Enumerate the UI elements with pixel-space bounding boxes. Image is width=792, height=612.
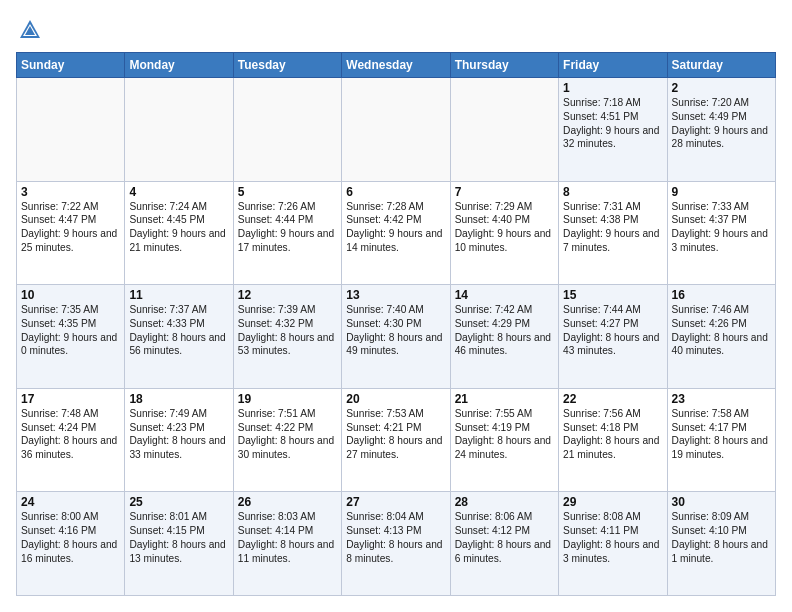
day-info: Sunrise: 8:03 AM Sunset: 4:14 PM Dayligh… [238,510,337,565]
day-number: 30 [672,495,771,509]
day-info: Sunrise: 7:28 AM Sunset: 4:42 PM Dayligh… [346,200,445,255]
day-info: Sunrise: 7:20 AM Sunset: 4:49 PM Dayligh… [672,96,771,151]
day-info: Sunrise: 7:51 AM Sunset: 4:22 PM Dayligh… [238,407,337,462]
day-number: 11 [129,288,228,302]
day-number: 18 [129,392,228,406]
weekday-header-sunday: Sunday [17,53,125,78]
calendar-cell: 25Sunrise: 8:01 AM Sunset: 4:15 PM Dayli… [125,492,233,596]
calendar-week-row: 17Sunrise: 7:48 AM Sunset: 4:24 PM Dayli… [17,388,776,492]
weekday-header-monday: Monday [125,53,233,78]
day-number: 25 [129,495,228,509]
header [16,16,776,44]
day-info: Sunrise: 8:04 AM Sunset: 4:13 PM Dayligh… [346,510,445,565]
day-number: 14 [455,288,554,302]
calendar-cell: 26Sunrise: 8:03 AM Sunset: 4:14 PM Dayli… [233,492,341,596]
logo [16,16,48,44]
calendar-cell: 3Sunrise: 7:22 AM Sunset: 4:47 PM Daylig… [17,181,125,285]
calendar-week-row: 10Sunrise: 7:35 AM Sunset: 4:35 PM Dayli… [17,285,776,389]
day-info: Sunrise: 7:35 AM Sunset: 4:35 PM Dayligh… [21,303,120,358]
calendar-cell [342,78,450,182]
day-info: Sunrise: 8:06 AM Sunset: 4:12 PM Dayligh… [455,510,554,565]
day-info: Sunrise: 7:39 AM Sunset: 4:32 PM Dayligh… [238,303,337,358]
day-number: 28 [455,495,554,509]
day-number: 19 [238,392,337,406]
calendar-cell: 8Sunrise: 7:31 AM Sunset: 4:38 PM Daylig… [559,181,667,285]
day-number: 27 [346,495,445,509]
calendar-cell: 14Sunrise: 7:42 AM Sunset: 4:29 PM Dayli… [450,285,558,389]
day-info: Sunrise: 7:42 AM Sunset: 4:29 PM Dayligh… [455,303,554,358]
day-info: Sunrise: 7:44 AM Sunset: 4:27 PM Dayligh… [563,303,662,358]
day-number: 10 [21,288,120,302]
day-number: 2 [672,81,771,95]
day-info: Sunrise: 7:40 AM Sunset: 4:30 PM Dayligh… [346,303,445,358]
day-info: Sunrise: 7:33 AM Sunset: 4:37 PM Dayligh… [672,200,771,255]
calendar-cell: 2Sunrise: 7:20 AM Sunset: 4:49 PM Daylig… [667,78,775,182]
weekday-header-row: SundayMondayTuesdayWednesdayThursdayFrid… [17,53,776,78]
day-info: Sunrise: 7:56 AM Sunset: 4:18 PM Dayligh… [563,407,662,462]
day-number: 7 [455,185,554,199]
day-info: Sunrise: 8:00 AM Sunset: 4:16 PM Dayligh… [21,510,120,565]
day-info: Sunrise: 7:48 AM Sunset: 4:24 PM Dayligh… [21,407,120,462]
day-number: 4 [129,185,228,199]
page: SundayMondayTuesdayWednesdayThursdayFrid… [0,0,792,612]
day-number: 21 [455,392,554,406]
calendar-cell [17,78,125,182]
calendar-cell: 22Sunrise: 7:56 AM Sunset: 4:18 PM Dayli… [559,388,667,492]
day-number: 3 [21,185,120,199]
calendar-cell: 27Sunrise: 8:04 AM Sunset: 4:13 PM Dayli… [342,492,450,596]
calendar-cell: 16Sunrise: 7:46 AM Sunset: 4:26 PM Dayli… [667,285,775,389]
day-info: Sunrise: 7:22 AM Sunset: 4:47 PM Dayligh… [21,200,120,255]
calendar-cell: 19Sunrise: 7:51 AM Sunset: 4:22 PM Dayli… [233,388,341,492]
calendar-week-row: 1Sunrise: 7:18 AM Sunset: 4:51 PM Daylig… [17,78,776,182]
day-number: 6 [346,185,445,199]
weekday-header-friday: Friday [559,53,667,78]
day-info: Sunrise: 7:58 AM Sunset: 4:17 PM Dayligh… [672,407,771,462]
calendar-cell: 9Sunrise: 7:33 AM Sunset: 4:37 PM Daylig… [667,181,775,285]
day-info: Sunrise: 8:01 AM Sunset: 4:15 PM Dayligh… [129,510,228,565]
calendar-cell: 5Sunrise: 7:26 AM Sunset: 4:44 PM Daylig… [233,181,341,285]
day-info: Sunrise: 8:09 AM Sunset: 4:10 PM Dayligh… [672,510,771,565]
day-info: Sunrise: 7:37 AM Sunset: 4:33 PM Dayligh… [129,303,228,358]
calendar-cell [450,78,558,182]
calendar-cell: 12Sunrise: 7:39 AM Sunset: 4:32 PM Dayli… [233,285,341,389]
day-number: 9 [672,185,771,199]
calendar-cell: 17Sunrise: 7:48 AM Sunset: 4:24 PM Dayli… [17,388,125,492]
day-number: 15 [563,288,662,302]
logo-icon [16,16,44,44]
day-number: 8 [563,185,662,199]
day-number: 12 [238,288,337,302]
day-number: 24 [21,495,120,509]
calendar-cell: 1Sunrise: 7:18 AM Sunset: 4:51 PM Daylig… [559,78,667,182]
day-number: 5 [238,185,337,199]
calendar-cell: 21Sunrise: 7:55 AM Sunset: 4:19 PM Dayli… [450,388,558,492]
calendar-cell: 10Sunrise: 7:35 AM Sunset: 4:35 PM Dayli… [17,285,125,389]
calendar-table: SundayMondayTuesdayWednesdayThursdayFrid… [16,52,776,596]
calendar-cell: 13Sunrise: 7:40 AM Sunset: 4:30 PM Dayli… [342,285,450,389]
calendar-cell: 18Sunrise: 7:49 AM Sunset: 4:23 PM Dayli… [125,388,233,492]
calendar-cell [233,78,341,182]
day-info: Sunrise: 7:55 AM Sunset: 4:19 PM Dayligh… [455,407,554,462]
day-info: Sunrise: 7:31 AM Sunset: 4:38 PM Dayligh… [563,200,662,255]
calendar-cell: 20Sunrise: 7:53 AM Sunset: 4:21 PM Dayli… [342,388,450,492]
day-info: Sunrise: 7:29 AM Sunset: 4:40 PM Dayligh… [455,200,554,255]
day-number: 22 [563,392,662,406]
calendar-cell: 6Sunrise: 7:28 AM Sunset: 4:42 PM Daylig… [342,181,450,285]
calendar-week-row: 3Sunrise: 7:22 AM Sunset: 4:47 PM Daylig… [17,181,776,285]
weekday-header-thursday: Thursday [450,53,558,78]
calendar-cell: 29Sunrise: 8:08 AM Sunset: 4:11 PM Dayli… [559,492,667,596]
day-number: 16 [672,288,771,302]
day-info: Sunrise: 7:49 AM Sunset: 4:23 PM Dayligh… [129,407,228,462]
calendar-cell: 24Sunrise: 8:00 AM Sunset: 4:16 PM Dayli… [17,492,125,596]
day-number: 23 [672,392,771,406]
calendar-cell: 23Sunrise: 7:58 AM Sunset: 4:17 PM Dayli… [667,388,775,492]
calendar-cell: 28Sunrise: 8:06 AM Sunset: 4:12 PM Dayli… [450,492,558,596]
day-info: Sunrise: 7:53 AM Sunset: 4:21 PM Dayligh… [346,407,445,462]
weekday-header-saturday: Saturday [667,53,775,78]
weekday-header-tuesday: Tuesday [233,53,341,78]
day-number: 20 [346,392,445,406]
calendar-cell: 7Sunrise: 7:29 AM Sunset: 4:40 PM Daylig… [450,181,558,285]
day-info: Sunrise: 7:26 AM Sunset: 4:44 PM Dayligh… [238,200,337,255]
day-info: Sunrise: 7:24 AM Sunset: 4:45 PM Dayligh… [129,200,228,255]
day-info: Sunrise: 7:18 AM Sunset: 4:51 PM Dayligh… [563,96,662,151]
day-number: 13 [346,288,445,302]
